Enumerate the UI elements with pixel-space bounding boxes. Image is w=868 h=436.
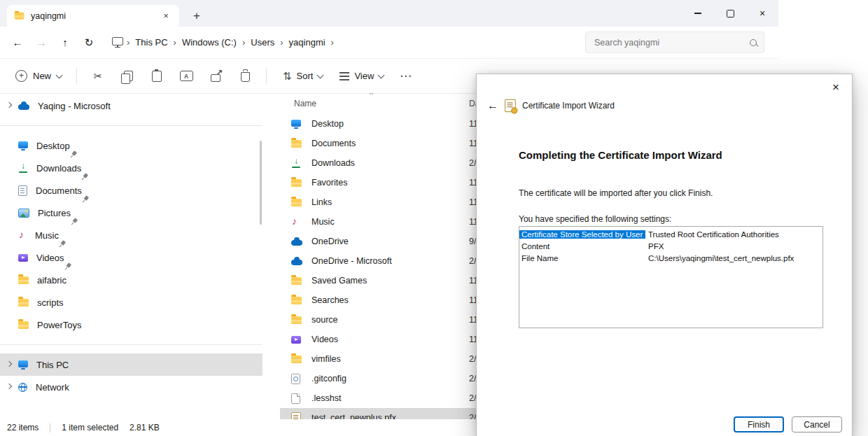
setting-key: File Name <box>519 254 645 262</box>
sidebar-item-downloads[interactable]: Downloads <box>0 157 262 179</box>
share-button[interactable] <box>201 64 230 88</box>
sidebar-scrollbar[interactable] <box>260 141 262 225</box>
search-input[interactable] <box>593 37 750 48</box>
sidebar-separator <box>0 344 262 345</box>
breadcrumb-windows-c[interactable]: Windows (C:) <box>177 34 241 51</box>
tab-bar: yaqingmi × + × <box>0 0 778 27</box>
chevron-right-icon[interactable] <box>6 102 12 108</box>
dialog-title: Certificate Import Wizard <box>522 101 615 111</box>
sidebar-separator <box>0 125 262 126</box>
sort-button[interactable]: ⇅ Sort <box>276 64 330 88</box>
up-button[interactable]: ↑ <box>53 31 77 55</box>
forward-button[interactable]: → <box>29 31 53 55</box>
breadcrumb-users[interactable]: Users <box>246 34 279 51</box>
certificate-icon <box>505 99 516 112</box>
setting-value: C:\Users\yaqingmi\test_cert_newplus.pfx <box>645 254 794 262</box>
folder-icon <box>291 179 302 187</box>
dialog-close-button[interactable]: × <box>825 78 846 97</box>
sidebar-item-network[interactable]: Network <box>0 376 262 398</box>
selection-count: 1 item selected <box>62 423 118 433</box>
sidebar-item-documents[interactable]: Documents <box>0 179 262 202</box>
sidebar-item-videos[interactable]: Videos <box>0 246 262 269</box>
minimize-button[interactable] <box>682 0 714 27</box>
cancel-button[interactable]: Cancel <box>792 416 842 433</box>
sidebar-item-powertoys[interactable]: PowerToys <box>0 314 262 336</box>
setting-key: Content <box>519 242 645 251</box>
folder-icon <box>291 316 302 324</box>
sidebar-item-label: Downloads <box>36 163 81 174</box>
this-pc-icon <box>18 360 28 367</box>
chevron-right-icon[interactable] <box>6 361 12 367</box>
sidebar-item-label: Network <box>36 382 69 393</box>
breadcrumb-separator: › <box>173 37 177 48</box>
sidebar-item-desktop[interactable]: Desktop <box>0 134 262 157</box>
sidebar-item-music[interactable]: Music <box>0 224 262 246</box>
folder-icon <box>15 13 24 20</box>
this-pc-icon <box>112 37 123 45</box>
settings-row-content[interactable]: Content PFX <box>519 240 822 252</box>
share-icon <box>211 74 220 82</box>
toolbar-divider <box>76 69 77 84</box>
file-name: OneDrive <box>312 237 349 246</box>
setting-key-selected: Certificate Store Selected by User <box>519 230 645 239</box>
sidebar-item-onedrive[interactable]: Yaqing - Microsoft <box>0 94 262 117</box>
sidebar-item-aifabric[interactable]: aifabric <box>0 269 262 291</box>
file-name: .gitconfig <box>312 374 346 384</box>
column-header-name[interactable]: Name <box>294 99 316 108</box>
pictures-icon <box>18 209 29 218</box>
settings-row-store[interactable]: Certificate Store Selected by User Trust… <box>519 228 822 240</box>
copy-button[interactable] <box>113 64 142 88</box>
breadcrumb-this-pc[interactable]: This PC <box>130 34 172 51</box>
file-date: 9/ <box>469 237 476 246</box>
file-date: 2/ <box>469 354 476 364</box>
finish-button[interactable]: Finish <box>734 416 784 433</box>
trash-icon <box>241 72 250 82</box>
folder-icon <box>291 277 302 285</box>
view-icon <box>340 76 349 77</box>
back-button[interactable]: ← <box>6 31 29 55</box>
certificate-import-wizard-dialog: × ← Certificate Import Wizard Completing… <box>476 73 853 436</box>
cut-icon: ✂ <box>94 71 103 81</box>
close-button[interactable]: × <box>746 0 778 27</box>
folder-icon <box>291 297 302 304</box>
dialog-buttons: Finish Cancel <box>734 416 842 433</box>
tab-close-icon[interactable]: × <box>160 10 172 22</box>
sidebar-item-pictures[interactable]: Pictures <box>0 202 262 224</box>
music-icon <box>18 230 27 240</box>
setting-value: Trusted Root Certification Authorities <box>645 230 779 239</box>
file-name: OneDrive - Microsoft <box>312 256 392 266</box>
paste-icon <box>152 71 162 82</box>
folder-icon <box>18 276 29 284</box>
sidebar-item-this-pc[interactable]: This PC <box>0 353 262 376</box>
paste-button[interactable] <box>142 64 172 88</box>
dialog-back-button[interactable]: ← <box>487 99 498 112</box>
sidebar-item-label: This PC <box>36 360 69 370</box>
view-button[interactable]: View <box>332 64 391 88</box>
file-name: source <box>312 315 338 325</box>
refresh-button[interactable]: ↻ <box>77 31 101 55</box>
delete-button[interactable] <box>230 64 260 88</box>
folder-icon <box>291 356 302 363</box>
music-icon <box>291 217 300 227</box>
file-icon <box>291 393 300 404</box>
maximize-button[interactable] <box>714 0 746 27</box>
breadcrumb-yaqingmi[interactable]: yaqingmi <box>284 34 330 51</box>
cut-button[interactable]: ✂ <box>83 64 113 88</box>
chevron-right-icon[interactable] <box>6 384 12 389</box>
settings-list[interactable]: Certificate Store Selected by User Trust… <box>519 226 823 328</box>
rename-button[interactable] <box>172 64 201 88</box>
new-button[interactable]: New <box>7 64 70 88</box>
file-date: 2/ <box>469 374 476 384</box>
settings-row-file-name[interactable]: File Name C:\Users\yaqingmi\test_cert_ne… <box>519 252 822 264</box>
sort-ascending-icon: ^ <box>370 93 373 99</box>
tab-title: yaqingmi <box>31 11 153 21</box>
sidebar-item-scripts[interactable]: scripts <box>0 291 262 314</box>
search-box[interactable] <box>585 31 764 53</box>
file-name: Desktop <box>312 119 344 129</box>
explorer-tab[interactable]: yaqingmi × <box>7 5 179 27</box>
onedrive-cloud-icon <box>18 104 29 110</box>
folder-icon <box>18 321 29 329</box>
new-tab-button[interactable]: + <box>189 5 204 27</box>
file-name: Links <box>312 197 332 207</box>
more-options-button[interactable]: ⋯ <box>391 64 420 88</box>
